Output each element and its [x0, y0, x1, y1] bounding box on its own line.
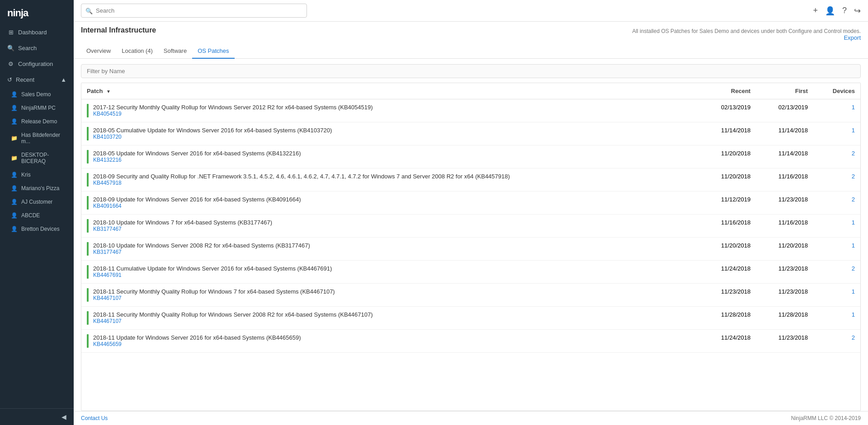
- filter-input[interactable]: [81, 64, 861, 78]
- patch-bar-7: [87, 265, 89, 279]
- tab-location[interactable]: Location (4): [116, 44, 158, 59]
- table-row: 2018-09 Security and Quality Rollup for …: [81, 168, 860, 191]
- patch-kb-9[interactable]: KB4467107: [93, 318, 693, 324]
- patch-cell-1: 2018-05 Cumulative Update for Windows Se…: [81, 122, 698, 145]
- folder-icon: 📁: [11, 155, 18, 161]
- patch-kb-10[interactable]: KB4465659: [93, 341, 693, 347]
- patch-kb-4[interactable]: KB4091664: [93, 203, 693, 209]
- patch-first-6: 11/20/2018: [756, 238, 813, 261]
- tab-os-patches[interactable]: OS Patches: [192, 44, 234, 59]
- col-header-devices: Devices: [813, 83, 860, 99]
- patch-name-8: 2018-11 Security Monthly Quality Rollup …: [93, 288, 693, 295]
- sidebar-item-aj-customer[interactable]: 👤 AJ Customer: [0, 195, 74, 209]
- table-row: 2018-11 Security Monthly Quality Rollup …: [81, 307, 860, 330]
- patch-first-4: 11/23/2018: [756, 191, 813, 215]
- patch-devices-4[interactable]: 2: [813, 191, 860, 215]
- sidebar-item-label: Search: [18, 45, 37, 51]
- table-row: 2018-05 Cumulative Update for Windows Se…: [81, 122, 860, 145]
- logout-button[interactable]: ↪: [854, 6, 861, 16]
- table-row: 2018-11 Update for Windows Server 2016 f…: [81, 330, 860, 353]
- patch-kb-3[interactable]: KB4457918: [93, 180, 693, 186]
- search-input[interactable]: [81, 4, 307, 18]
- patch-devices-8[interactable]: 1: [813, 284, 860, 307]
- patch-devices-5[interactable]: 1: [813, 215, 860, 238]
- sidebar-item-desktop-biceraq[interactable]: 📁 DESKTOP-BICERAQ: [0, 148, 74, 168]
- patch-devices-10[interactable]: 2: [813, 330, 860, 353]
- sidebar: ninja ⊞ Dashboard 🔍 Search ⚙ Configurati…: [0, 0, 74, 425]
- col-header-patch[interactable]: Patch ▼: [81, 83, 698, 99]
- patch-devices-1[interactable]: 1: [813, 122, 860, 145]
- sidebar-collapse-button[interactable]: ◀: [61, 413, 66, 420]
- help-button[interactable]: ?: [842, 6, 847, 15]
- page-title: Internal Infrastructure: [81, 26, 156, 34]
- sidebar-item-release-demo[interactable]: 👤 Release Demo: [0, 115, 74, 128]
- sidebar-item-sales-demo[interactable]: 👤 Sales Demo: [0, 88, 74, 101]
- patch-kb-1[interactable]: KB4103720: [93, 134, 693, 140]
- patch-first-10: 11/23/2018: [756, 330, 813, 353]
- patch-name-7: 2018-11 Cumulative Update for Windows Se…: [93, 265, 693, 272]
- patch-recent-4: 11/12/2019: [698, 191, 756, 215]
- patch-kb-5[interactable]: KB3177467: [93, 226, 693, 232]
- patch-devices-0[interactable]: 1: [813, 99, 860, 122]
- add-button[interactable]: +: [813, 6, 818, 15]
- patch-cell-8: 2018-11 Security Monthly Quality Rollup …: [81, 284, 698, 307]
- export-link[interactable]: Export: [844, 34, 861, 41]
- patch-kb-2[interactable]: KB4132216: [93, 157, 693, 163]
- sidebar-item-has-bitdefender[interactable]: 📁 Has Bitdefender m...: [0, 128, 74, 148]
- patch-devices-3[interactable]: 2: [813, 168, 860, 191]
- table-row: 2018-11 Cumulative Update for Windows Se…: [81, 261, 860, 284]
- content-area: Patch ▼ Recent First Devices 2017-12 Sec…: [74, 59, 868, 411]
- sidebar-item-bretton-devices[interactable]: 👤 Bretton Devices: [0, 222, 74, 236]
- sidebar-item-search[interactable]: 🔍 Search: [0, 40, 74, 56]
- table-body: 2017-12 Security Monthly Quality Rollup …: [81, 99, 860, 353]
- patch-recent-7: 11/24/2018: [698, 261, 756, 284]
- patches-table: Patch ▼ Recent First Devices 2017-12 Sec…: [81, 83, 860, 353]
- patch-bar-1: [87, 127, 89, 140]
- patch-recent-3: 11/20/2018: [698, 168, 756, 191]
- patch-first-3: 11/16/2018: [756, 168, 813, 191]
- patch-kb-6[interactable]: KB3177467: [93, 249, 693, 255]
- recent-item-label: Sales Demo: [21, 91, 51, 98]
- recent-item-label: ABCDE: [21, 212, 40, 219]
- patch-devices-6[interactable]: 1: [813, 238, 860, 261]
- contact-us-link[interactable]: Contact Us: [81, 415, 108, 421]
- recent-item-label: DESKTOP-BICERAQ: [21, 152, 66, 164]
- sidebar-item-kris[interactable]: 👤 Kris: [0, 168, 74, 182]
- patch-first-9: 11/28/2018: [756, 307, 813, 330]
- table-row: 2017-12 Security Monthly Quality Rollup …: [81, 99, 860, 122]
- filter-bar: [81, 64, 861, 78]
- patch-devices-9[interactable]: 1: [813, 307, 860, 330]
- person-icon: 👤: [11, 185, 18, 191]
- tab-overview[interactable]: Overview: [81, 44, 116, 59]
- patch-name-10: 2018-11 Update for Windows Server 2016 f…: [93, 334, 693, 341]
- patch-cell-6: 2018-10 Update for Windows Server 2008 R…: [81, 238, 698, 261]
- person-icon: 👤: [11, 105, 18, 111]
- patch-devices-7[interactable]: 2: [813, 261, 860, 284]
- patch-kb-0[interactable]: KB4054519: [93, 111, 693, 117]
- sidebar-item-abcde[interactable]: 👤 ABCDE: [0, 209, 74, 222]
- patch-name-6: 2018-10 Update for Windows Server 2008 R…: [93, 242, 693, 249]
- user-button[interactable]: 👤: [825, 6, 835, 16]
- sidebar-item-ninjarmm-pc[interactable]: 👤 NinjaRMM PC: [0, 101, 74, 115]
- topbar: 🔍 + 👤 ? ↪: [74, 0, 868, 22]
- patch-kb-8[interactable]: KB4467107: [93, 295, 693, 301]
- recent-section-header[interactable]: ↺ Recent ▲: [0, 72, 74, 88]
- table-row: 2018-09 Update for Windows Server 2016 f…: [81, 191, 860, 215]
- patch-name-3: 2018-09 Security and Quality Rollup for …: [93, 173, 693, 180]
- sort-icon: ▼: [106, 89, 111, 94]
- patch-recent-0: 02/13/2019: [698, 99, 756, 122]
- sidebar-item-configuration[interactable]: ⚙ Configuration: [0, 56, 74, 72]
- sidebar-item-marianos-pizza[interactable]: 👤 Mariano's Pizza: [0, 182, 74, 195]
- footer: Contact Us NinjaRMM LLC © 2014-2019: [74, 411, 868, 425]
- sidebar-item-dashboard[interactable]: ⊞ Dashboard: [0, 24, 74, 40]
- copyright: NinjaRMM LLC © 2014-2019: [791, 415, 861, 421]
- patch-bar-10: [87, 334, 89, 348]
- patch-kb-7[interactable]: KB4467691: [93, 272, 693, 278]
- tab-software[interactable]: Software: [158, 44, 192, 59]
- page-header: Internal Infrastructure All installed OS…: [74, 22, 868, 59]
- patch-bar-5: [87, 219, 89, 233]
- patch-bar-6: [87, 242, 89, 256]
- patch-devices-2[interactable]: 2: [813, 145, 860, 168]
- recent-item-label: Release Demo: [21, 118, 57, 125]
- patch-bar-2: [87, 150, 89, 163]
